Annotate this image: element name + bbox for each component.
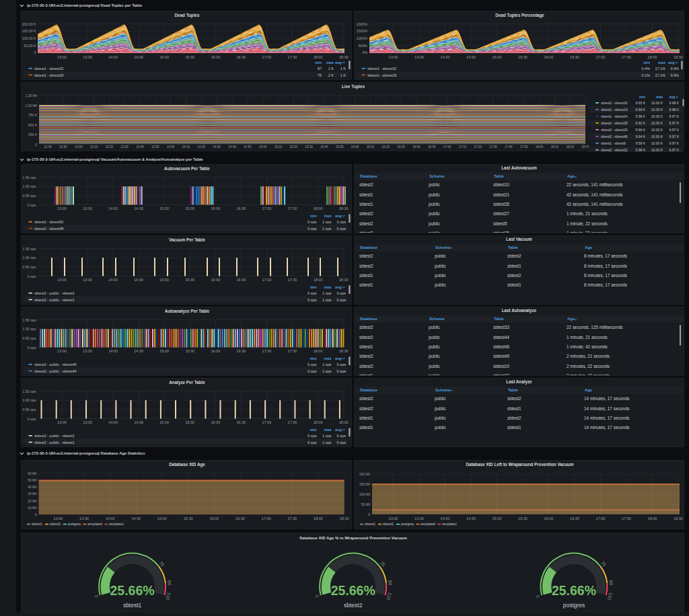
svg-text:14:50: 14:50 <box>244 145 252 149</box>
svg-text:0.50 ops: 0.50 ops <box>23 408 36 412</box>
svg-text:17:20: 17:20 <box>474 145 482 149</box>
svg-text:10.00 K: 10.00 K <box>651 148 663 152</box>
svg-text:17:00: 17:00 <box>443 145 451 149</box>
svg-text:max: max <box>324 428 332 432</box>
svg-text:template0: template0 <box>421 522 435 526</box>
svg-text:15:00: 15:00 <box>159 420 169 424</box>
svg-text:1500%: 1500% <box>357 29 368 33</box>
svg-text:16:00: 16:00 <box>544 55 554 59</box>
svg-text:min: min <box>315 61 322 65</box>
svg-text:15:30: 15:30 <box>518 516 528 521</box>
svg-text:Database XID Age: Database XID Age <box>169 462 205 467</box>
svg-text:9.64 K: 9.64 K <box>636 134 646 139</box>
svg-text:14:30: 14:30 <box>134 420 143 424</box>
svg-text:9.97 K: 9.97 K <box>669 148 680 152</box>
svg-text:17:30: 17:30 <box>622 516 631 521</box>
svg-text:250 K: 250 K <box>28 132 38 137</box>
svg-text:sbtest1 - sbtest26: sbtest1 - sbtest26 <box>601 121 628 125</box>
svg-text:10.00 K: 10.00 K <box>651 101 663 105</box>
svg-text:0 ops: 0 ops <box>337 434 347 438</box>
svg-text:9.58 K: 9.58 K <box>636 148 646 152</box>
svg-text:14:20: 14:20 <box>198 145 206 149</box>
svg-text:14:30: 14:30 <box>213 145 221 149</box>
svg-text:postgres: postgres <box>563 602 585 609</box>
svg-text:1.25 Mil: 1.25 Mil <box>25 93 37 98</box>
svg-text:1 ops: 1 ops <box>322 362 332 367</box>
svg-text:14:00: 14:00 <box>108 420 118 424</box>
svg-text:13:00: 13:00 <box>53 516 63 521</box>
svg-text:13:30: 13:30 <box>83 206 92 210</box>
svg-text:17:00: 17:00 <box>262 349 272 353</box>
svg-text:0.4%: 0.4% <box>641 67 650 71</box>
svg-text:9.9%: 9.9% <box>670 73 679 77</box>
svg-text:1 ops: 1 ops <box>322 298 332 302</box>
svg-text:Dead Tuples Percentage: Dead Tuples Percentage <box>495 13 544 18</box>
svg-text:13:30: 13:30 <box>414 516 424 521</box>
svg-text:17:40: 17:40 <box>505 145 513 149</box>
svg-text:15:30: 15:30 <box>185 349 194 353</box>
svg-text:0: 0 <box>536 594 541 599</box>
svg-text:18:00: 18:00 <box>314 516 323 521</box>
svg-text:16:10: 16:10 <box>367 145 375 149</box>
svg-text:10.00 K: 10.00 K <box>651 108 663 112</box>
svg-text:17:30: 17:30 <box>622 55 631 59</box>
svg-text:0: 0 <box>368 512 370 516</box>
svg-text:15:40: 15:40 <box>320 145 328 149</box>
svg-text:16:00: 16:00 <box>211 55 221 59</box>
svg-text:16:30: 16:30 <box>237 278 246 282</box>
svg-text:13:00: 13:00 <box>389 516 398 521</box>
svg-text:16:00: 16:00 <box>211 206 221 210</box>
svg-text:16:00: 16:00 <box>351 145 359 149</box>
svg-text:1 ops: 1 ops <box>322 227 332 231</box>
svg-text:14:40: 14:40 <box>228 145 236 149</box>
svg-text:17:00: 17:00 <box>262 278 272 282</box>
svg-text:0 ops: 0 ops <box>307 298 317 302</box>
svg-text:16:30: 16:30 <box>237 206 246 210</box>
svg-text:sbtest2 - sbtest48: sbtest2 - sbtest48 <box>34 227 63 231</box>
svg-text:18:10: 18:10 <box>551 145 559 149</box>
svg-text:9.59 K: 9.59 K <box>636 108 646 112</box>
svg-text:10.00 K: 10.00 K <box>651 134 663 139</box>
svg-text:18:00: 18:00 <box>314 206 323 210</box>
svg-text:sbtest2 - public - sbtest1: sbtest2 - public - sbtest1 <box>34 298 75 302</box>
svg-text:14:00: 14:00 <box>108 206 118 210</box>
svg-text:9.66 K: 9.66 K <box>636 128 646 132</box>
svg-text:16:30: 16:30 <box>237 55 246 59</box>
svg-text:0.50 ops: 0.50 ops <box>23 336 36 340</box>
svg-text:15:00: 15:00 <box>493 516 502 521</box>
svg-text:15:10: 15:10 <box>275 145 283 149</box>
svg-text:17:30: 17:30 <box>288 278 297 282</box>
svg-text:15:00: 15:00 <box>159 206 169 210</box>
svg-text:2000%: 2000% <box>357 22 368 26</box>
svg-text:13:30: 13:30 <box>83 278 92 282</box>
svg-text:18:20: 18:20 <box>566 145 574 149</box>
svg-text:9.97 K: 9.97 K <box>669 128 680 132</box>
svg-text:17:50: 17:50 <box>520 145 528 149</box>
svg-text:14:00: 14:00 <box>167 145 175 149</box>
svg-text:0: 0 <box>94 594 99 599</box>
svg-text:18:00: 18:00 <box>536 145 544 149</box>
svg-text:sbtest2 - sbtest22: sbtest2 - sbtest22 <box>601 148 628 152</box>
svg-text:17.1%: 17.1% <box>655 67 665 71</box>
svg-text:13:40: 13:40 <box>136 145 144 149</box>
svg-text:15:30: 15:30 <box>185 278 194 282</box>
svg-text:18:30: 18:30 <box>340 516 349 521</box>
svg-text:17:30: 17:30 <box>287 516 297 521</box>
svg-text:14:00: 14:00 <box>106 516 115 521</box>
svg-text:12:40: 12:40 <box>44 145 52 149</box>
svg-text:0.50 ops: 0.50 ops <box>23 265 36 269</box>
svg-text:9.9%: 9.9% <box>670 67 679 71</box>
svg-text:max: max <box>324 356 332 360</box>
svg-text:18:30: 18:30 <box>339 278 349 282</box>
svg-text:15:50: 15:50 <box>336 145 344 149</box>
svg-text:16:00: 16:00 <box>211 278 221 282</box>
svg-text:sbtest2 - sbtest46: sbtest2 - sbtest46 <box>601 134 628 139</box>
svg-text:sbtest2: sbtest2 <box>344 602 363 609</box>
svg-text:17:00: 17:00 <box>596 516 606 521</box>
svg-text:0: 0 <box>35 143 37 147</box>
svg-text:14:30: 14:30 <box>466 516 476 521</box>
svg-text:87: 87 <box>318 67 322 71</box>
svg-text:15:00: 15:00 <box>159 349 169 353</box>
svg-text:10.00 K: 10.00 K <box>651 114 663 118</box>
svg-text:0 ops: 0 ops <box>337 362 347 367</box>
